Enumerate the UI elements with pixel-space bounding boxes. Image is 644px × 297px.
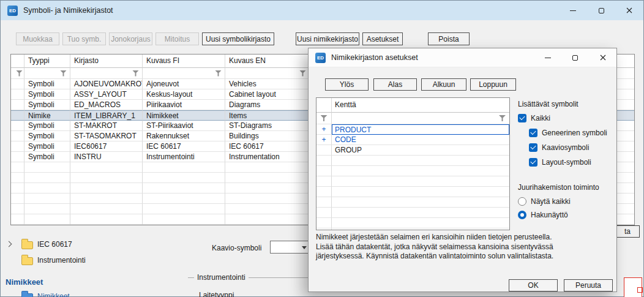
field-cell-product: PRODUCT xyxy=(332,124,509,135)
field-filter-row xyxy=(316,113,509,124)
radio-nayta-kaikki[interactable]: Näytä kaikki xyxy=(518,197,571,206)
cell-tyyppi: Symboli xyxy=(24,121,70,131)
column-header-kirjasto[interactable]: Kirjasto xyxy=(70,55,143,68)
edit-button[interactable]: Muokkaa xyxy=(16,32,59,45)
queue-fix-button[interactable]: Jonokorjaus xyxy=(109,32,152,45)
delete-button[interactable]: Poista xyxy=(428,32,470,45)
cell-kuvaus-en: Vehicles xyxy=(225,79,310,89)
cell-kuvaus-en: Buildings xyxy=(225,131,310,141)
row-prefix: + xyxy=(316,124,332,135)
clipped-button[interactable]: ta xyxy=(615,225,640,238)
radio-label: Näytä kaikki xyxy=(531,197,571,206)
tree-item-nimikkeet[interactable]: Nimikkeet xyxy=(37,292,70,297)
filter-icon-kuvaus-fi[interactable] xyxy=(215,70,222,77)
settings-button[interactable]: Asetukset xyxy=(362,32,403,45)
column-header-tyyppi[interactable]: Tyyppi xyxy=(24,55,70,68)
checked-checkbox-icon xyxy=(529,158,537,167)
cell-kirjasto: ED_MACROS xyxy=(70,100,143,110)
cell-kuvaus-en: Instrumentation xyxy=(225,152,310,162)
empty-row xyxy=(316,197,509,208)
minimize-button[interactable] xyxy=(559,1,587,20)
cell-kirjasto: ITEM_LIBRARY_1 xyxy=(70,110,143,121)
cell-tyyppi: Symboli xyxy=(24,89,70,100)
empty-row xyxy=(316,218,509,228)
maximize-icon xyxy=(572,55,578,61)
filter-icon[interactable] xyxy=(321,115,328,121)
laitetyyppi-label: Laitetyyppi xyxy=(199,291,234,297)
checkbox-layout-symboli[interactable]: Layout-symboli xyxy=(529,157,591,167)
import-symbol-button[interactable]: Tuo symb. xyxy=(62,32,106,45)
cell-kuvaus-en: Cabinet layout xyxy=(225,89,310,100)
empty-row xyxy=(316,208,509,218)
tree-item-iec60617[interactable]: IEC 60617 xyxy=(37,240,72,249)
screen: ED Symboli- ja Nimikekirjastot Muokkaa T… xyxy=(0,0,644,297)
cancel-button[interactable]: Peruuta xyxy=(564,279,613,291)
checkbox-kaaviosymboli[interactable]: Kaaviosymboli xyxy=(529,143,589,152)
field-row[interactable]: GROUP xyxy=(316,145,509,156)
checkbox-label: Layout-symboli xyxy=(542,158,591,167)
checkbox-geneerinen-symboli[interactable]: Geneerinen symboli xyxy=(529,128,607,138)
filter-icon-tyyppi[interactable] xyxy=(60,70,67,77)
checkbox-kaikki[interactable]: Kaikki xyxy=(518,113,550,123)
cell-kuvaus-fi: Piirikaaviot xyxy=(143,100,225,110)
dialog-title: Nimikekirjaston asetukset xyxy=(331,53,418,62)
cell-kuvaus-fi: Keskus-layout xyxy=(143,89,225,100)
dialog-maximize-button[interactable] xyxy=(561,48,589,67)
filter-icon-kentta[interactable] xyxy=(499,115,506,121)
close-icon xyxy=(600,55,606,61)
field-row-selected[interactable]: + PRODUCT xyxy=(316,124,509,135)
move-last-button[interactable]: Loppuun xyxy=(470,78,516,91)
column-header-kuvaus-en[interactable]: Kuvaus EN xyxy=(225,55,310,68)
column-header-kuvaus-fi[interactable]: Kuvaus FI xyxy=(143,55,225,68)
checkbox-label: Kaikki xyxy=(531,114,550,122)
corner-cell xyxy=(11,55,24,68)
filter-icon-kuvaus-en[interactable] xyxy=(299,70,306,77)
app-icon-text: ED xyxy=(9,8,16,13)
window-title: Symboli- ja Nimikekirjastot xyxy=(23,6,113,15)
maximize-icon xyxy=(599,8,604,13)
kaavio-symboli-dropdown[interactable] xyxy=(270,241,312,254)
main-titlebar: ED Symboli- ja Nimikekirjastot xyxy=(1,1,643,20)
filter-icon-kirjasto[interactable] xyxy=(132,70,139,77)
empty-row xyxy=(316,156,509,166)
symbols-group-title: Lisättävät symbolit xyxy=(518,100,578,108)
cell-kuvaus-en: IEC 60617 xyxy=(225,141,310,152)
move-down-button[interactable]: Alas xyxy=(373,78,417,91)
red-highlight-fragment xyxy=(637,287,643,293)
app-icon: ED xyxy=(7,6,18,16)
filter-icon[interactable] xyxy=(16,70,23,77)
dialog-app-icon-text: ED xyxy=(317,55,324,61)
new-item-library-button[interactable]: Uusi nimikekirjasto xyxy=(296,32,359,45)
expand-chevron-icon[interactable] xyxy=(6,241,12,247)
ok-button[interactable]: OK xyxy=(509,279,558,291)
radio-hakunaytto[interactable]: Hakunäyttö xyxy=(518,210,568,220)
maximize-button[interactable] xyxy=(587,1,615,20)
move-up-button[interactable]: Ylös xyxy=(325,78,369,91)
column-header-kentta[interactable]: Kenttä xyxy=(332,98,509,113)
folder-icon xyxy=(21,257,33,265)
nimikkeet-section-heading: Nimikkeet xyxy=(6,277,43,287)
row-prefix: + xyxy=(316,135,332,145)
close-button[interactable] xyxy=(615,1,643,20)
radio-label: Hakunäyttö xyxy=(531,211,568,219)
cell-tyyppi: Symboli xyxy=(24,131,70,141)
cell-kirjasto: ASSY_LAYOUT xyxy=(70,89,143,100)
field-cell-group: GROUP xyxy=(332,145,509,156)
dialog-minimize-button[interactable] xyxy=(534,48,561,67)
minimize-icon xyxy=(545,58,551,58)
dialog-close-button[interactable] xyxy=(589,48,616,67)
cell-kuvaus-fi: ST-Piirikaaviot xyxy=(143,121,225,131)
cell-kuvaus-en: Diagrams xyxy=(225,100,310,110)
dimensioning-button[interactable]: Mitoitus xyxy=(155,32,199,45)
cell-kirjasto: IEC60617 xyxy=(70,141,143,152)
empty-row xyxy=(316,176,509,187)
move-first-button[interactable]: Alkuun xyxy=(421,78,466,91)
instrumentointi-group-label: Instrumentointi xyxy=(194,273,249,282)
field-row[interactable]: + CODE xyxy=(316,135,509,145)
tree-item-instrumentointi[interactable]: Instrumentointi xyxy=(37,256,86,265)
empty-row xyxy=(316,187,509,197)
checked-checkbox-icon xyxy=(518,114,526,122)
cell-tyyppi: Symboli xyxy=(24,152,70,162)
radio-off-icon xyxy=(518,197,526,206)
new-symbol-library-button[interactable]: Uusi symbolikirjasto xyxy=(202,32,274,45)
